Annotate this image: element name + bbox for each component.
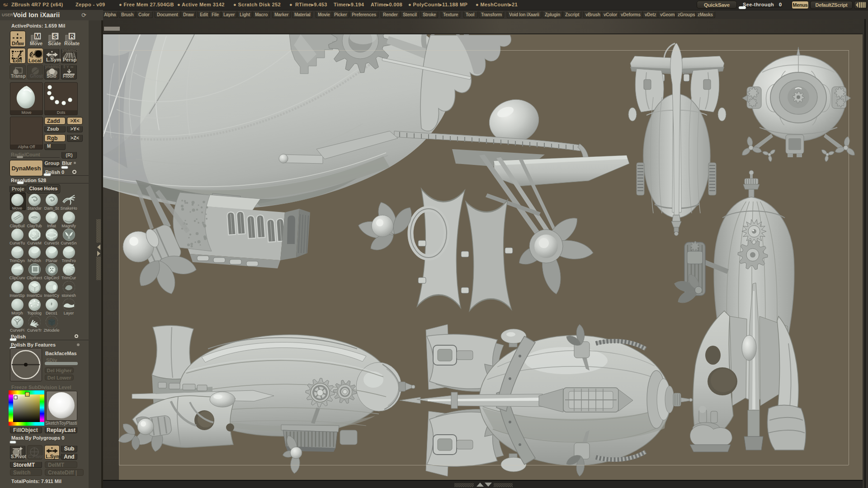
svg-text:R: R bbox=[70, 33, 74, 40]
svg-text:M: M bbox=[35, 33, 40, 40]
svg-text:S: S bbox=[53, 33, 57, 40]
